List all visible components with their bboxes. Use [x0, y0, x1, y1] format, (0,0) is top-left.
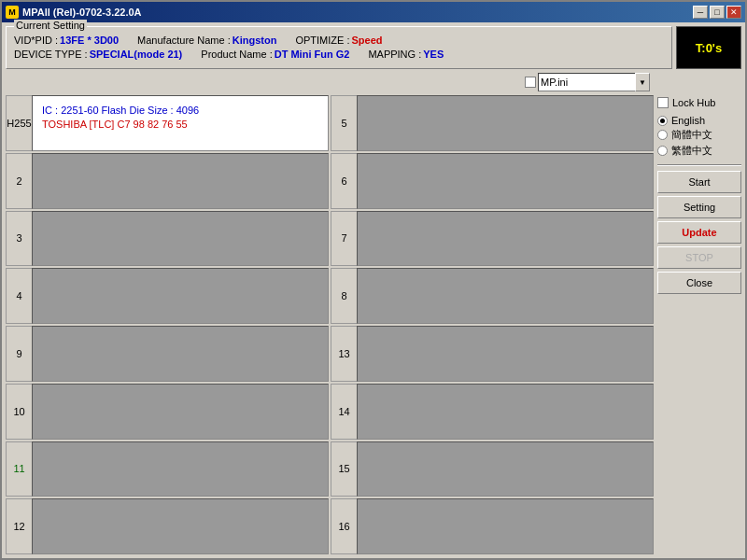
setting-row-1: VID*PID : 13FE * 3D00 Manufacture Name :… [14, 35, 664, 46]
toshiba-line: TOSHIBA [TLC] C7 98 82 76 55 [42, 118, 318, 132]
port-row-4: 4 [6, 268, 329, 324]
port-label-10[interactable]: 10 [6, 384, 32, 440]
mp-ini-dropdown-wrapper: MP.ini ▼ [538, 73, 650, 91]
outer-wrapper: H255 IC : 2251-60 Flash Die Size : 4096 … [6, 95, 741, 554]
top-row: Current Setting VID*PID : 13FE * 3D00 Ma… [6, 26, 741, 69]
port-row-5: 5 [331, 95, 654, 151]
mapping-item: MAPPING : YES [368, 49, 444, 60]
port-display-5 [357, 95, 654, 151]
restore-button[interactable]: □ [710, 6, 725, 19]
right-panel: Lock Hub English 簡體中文 繁體中文 [657, 95, 741, 554]
device-type-item: DEVICE TYPE : SPECIAL(mode 21) [14, 49, 182, 60]
port-label-13[interactable]: 13 [331, 326, 357, 382]
port-row-8: 8 [331, 268, 654, 324]
port-label-h255[interactable]: H255 [6, 95, 32, 151]
title-bar-left: M MPAll (Rel)-0702-3.22.0A [6, 6, 142, 19]
port-row-14: 14 [331, 384, 654, 440]
port-label-3[interactable]: 3 [6, 211, 32, 267]
port-row-9: 9 [6, 326, 329, 382]
current-setting-box: Current Setting VID*PID : 13FE * 3D00 Ma… [6, 26, 672, 69]
port-label-2[interactable]: 2 [6, 153, 32, 209]
port-row-7: 7 [331, 211, 654, 267]
mp-ini-row: MP.ini ▼ [525, 73, 650, 91]
left-col-bottom: 9 10 11 12 [6, 326, 329, 554]
grid-top-group: H255 IC : 2251-60 Flash Die Size : 4096 … [6, 95, 654, 324]
port-label-7[interactable]: 7 [331, 211, 357, 267]
device-type-value: SPECIAL(mode 21) [90, 49, 183, 60]
manufacture-value: Kingston [233, 35, 277, 46]
separator-1 [657, 164, 741, 166]
port-display-16 [357, 498, 654, 554]
radio-simplified[interactable]: 簡體中文 [657, 128, 741, 142]
stop-button[interactable]: STOP [657, 246, 741, 269]
mp-ini-area: MP.ini ▼ [6, 73, 741, 91]
lock-hub-label: Lock Hub [672, 97, 715, 108]
radio-traditional-label: 繁體中文 [671, 144, 712, 158]
port-row-10: 10 [6, 384, 329, 440]
port-display-9 [32, 326, 329, 382]
mp-ini-select[interactable]: MP.ini [538, 73, 650, 91]
product-item: Product Name : DT Mini Fun G2 [201, 49, 349, 60]
port-label-8[interactable]: 8 [331, 268, 357, 324]
port-label-15[interactable]: 15 [331, 441, 357, 497]
radio-english-input[interactable] [657, 116, 668, 126]
close-window-button[interactable]: ✕ [726, 6, 741, 19]
port-label-14[interactable]: 14 [331, 384, 357, 440]
port-row-12: 12 [6, 498, 329, 554]
port-label-5[interactable]: 5 [331, 95, 357, 151]
radio-english[interactable]: English [657, 115, 741, 126]
port-display-7 [357, 211, 654, 267]
port-display-11 [32, 441, 329, 497]
window-title: MPAll (Rel)-0702-3.22.0A [22, 7, 142, 18]
port-row-6: 6 [331, 153, 654, 209]
radio-simplified-input[interactable] [657, 130, 668, 140]
right-col-top: 5 6 7 8 [331, 95, 654, 324]
left-col-top: H255 IC : 2251-60 Flash Die Size : 4096 … [6, 95, 329, 324]
port-display-15 [357, 441, 654, 497]
optimize-label: OPTIMIZE : [295, 35, 349, 46]
radio-traditional[interactable]: 繁體中文 [657, 144, 741, 158]
port-display-13 [357, 326, 654, 382]
port-row-3: 3 [6, 211, 329, 267]
mp-ini-checkbox[interactable] [525, 77, 536, 88]
t0s-badge: T:0's [676, 26, 741, 69]
port-label-16[interactable]: 16 [331, 498, 357, 554]
lock-hub-checkbox[interactable] [657, 97, 669, 108]
port-label-11[interactable]: 11 [6, 441, 32, 497]
vid-pid-value: 13FE * 3D00 [60, 35, 119, 46]
vid-pid-label: VID*PID : [14, 35, 58, 46]
setting-button[interactable]: Setting [657, 196, 741, 218]
close-button[interactable]: Close [657, 272, 741, 294]
port-display-12 [32, 498, 329, 554]
port-row-2: 2 [6, 153, 329, 209]
port-display-3 [32, 211, 329, 267]
port-display-4 [32, 268, 329, 324]
setting-row-2: DEVICE TYPE : SPECIAL(mode 21) Product N… [14, 49, 664, 60]
port-display-6 [357, 153, 654, 209]
port-label-12[interactable]: 12 [6, 498, 32, 554]
title-buttons: ─ □ ✕ [693, 6, 741, 19]
port-grid: H255 IC : 2251-60 Flash Die Size : 4096 … [6, 95, 654, 554]
port-display-14 [357, 384, 654, 440]
port-row-11: 11 [6, 441, 329, 497]
port-row-15: 15 [331, 441, 654, 497]
port-label-4[interactable]: 4 [6, 268, 32, 324]
port-display-10 [32, 384, 329, 440]
title-bar: M MPAll (Rel)-0702-3.22.0A ─ □ ✕ [2, 2, 745, 22]
mapping-value: YES [423, 49, 444, 60]
manufacture-label: Manufacture Name : [137, 35, 231, 46]
device-type-label: DEVICE TYPE : [14, 49, 88, 60]
port-label-9[interactable]: 9 [6, 326, 32, 382]
optimize-item: OPTIMIZE : Speed [295, 35, 382, 46]
update-button[interactable]: Update [657, 221, 741, 244]
start-button[interactable]: Start [657, 171, 741, 193]
current-setting-label: Current Setting [14, 20, 87, 31]
optimize-value: Speed [351, 35, 382, 46]
main-content: Current Setting VID*PID : 13FE * 3D00 Ma… [2, 22, 745, 558]
port-label-6[interactable]: 6 [331, 153, 357, 209]
minimize-button[interactable]: ─ [693, 6, 708, 19]
radio-english-label: English [671, 115, 705, 126]
radio-traditional-input[interactable] [657, 146, 668, 156]
port-display-8 [357, 268, 654, 324]
main-window: M MPAll (Rel)-0702-3.22.0A ─ □ ✕ Current… [0, 0, 747, 560]
